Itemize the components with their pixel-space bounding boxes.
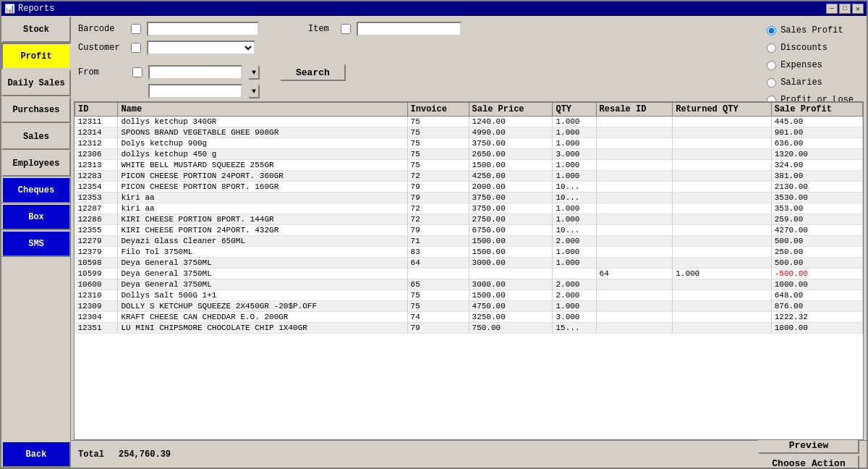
table-row[interactable]: 12314SPOONS BRAND VEGETABLE GHEE 908GR75… [75, 127, 863, 138]
cell-id: 12287 [75, 203, 118, 214]
radio-sales-profit-input[interactable] [767, 26, 776, 35]
cell-resale-id [596, 182, 673, 193]
table-row[interactable]: 12279Deyazi Glass Cleaner 650ML711500.00… [75, 236, 863, 247]
table-row[interactable]: 12312Dolys ketchup 900g753750.001.000636… [75, 138, 863, 149]
item-input[interactable] [357, 22, 461, 36]
cell-returned-qty [673, 117, 772, 127]
from-label: From [78, 67, 125, 77]
barcode-checkbox[interactable] [131, 24, 141, 34]
cell-invoice: 79 [407, 193, 469, 203]
sidebar-item-employees[interactable]: Employees [1, 150, 71, 177]
table-row[interactable]: 12311dollys ketchup 340GR751240.001.0004… [75, 117, 863, 127]
cell-returned-qty [673, 127, 772, 138]
radio-discounts-input[interactable] [767, 43, 776, 53]
choose-action-button[interactable]: Choose Action [758, 455, 859, 468]
minimize-button[interactable]: — [826, 4, 838, 14]
footer-right: Preview Choose Action [758, 437, 859, 468]
from-checkbox[interactable] [132, 67, 142, 77]
sidebar-item-purchases[interactable]: Purchases [1, 96, 71, 123]
data-table-container[interactable]: ID Name Invoice Sale Price QTY Resale ID… [74, 101, 864, 440]
cell-name: KRAFT CHEESE CAN CHEDDAR E.O. 200GR [118, 312, 407, 323]
close-button[interactable]: ✕ [852, 4, 864, 14]
customer-dropdown[interactable] [147, 41, 255, 55]
search-button[interactable]: Search [280, 64, 346, 81]
cell-sale-profit: 1800.00 [771, 323, 862, 334]
cell-resale-id [596, 323, 673, 334]
maximize-button[interactable]: □ [839, 4, 851, 14]
table-row[interactable]: 12309DOLLY S KETCHUP SQUEEZE 2X450GR -20… [75, 301, 863, 312]
to-date-picker[interactable]: ▼ [248, 84, 260, 98]
back-button[interactable]: Back [1, 441, 71, 468]
from-date-picker[interactable]: ▼ [248, 65, 260, 80]
cell-name: WHITE BELL MUSTARD SQUEEZE 255GR [118, 160, 407, 171]
sidebar-item-sms[interactable]: SMS [1, 230, 71, 257]
sidebar-item-sales[interactable]: Sales [1, 123, 71, 150]
table-row[interactable]: 12286KIRI CHEESE PORTION 8PORT. 144GR722… [75, 214, 863, 225]
cell-sale-price: 1240.00 [469, 117, 553, 127]
data-table: ID Name Invoice Sale Price QTY Resale ID… [75, 102, 863, 334]
cell-sale-price: 1500.00 [469, 160, 553, 171]
window-icon: 📊 [4, 4, 15, 14]
date-section: From 2017-09-23 ▼ Search 2017-09-24 ▼ [71, 61, 867, 101]
cell-resale-id [596, 312, 673, 323]
main-layout: Stock Profit Daily Sales Purchases Sales… [1, 16, 867, 468]
to-date-input[interactable]: 2017-09-24 [148, 84, 242, 98]
cell-qty: 10... [553, 193, 596, 203]
cell-qty: 10... [553, 225, 596, 236]
table-row[interactable]: 12379Filo Tol 3750ML831500.001.000250.00 [75, 247, 863, 258]
cell-name: DOLLY S KETCHUP SQUEEZE 2X450GR -20$P.OF… [118, 301, 407, 312]
table-row[interactable]: 12353kiri aa793750.0010...3530.00 [75, 193, 863, 203]
cell-qty: 15... [553, 323, 596, 334]
table-row[interactable]: 12306dollys ketchup 450 g752650.003.0001… [75, 149, 863, 160]
table-row[interactable]: 12287kiri aa723750.001.000353.00 [75, 203, 863, 214]
cell-name: kiri aa [118, 203, 407, 214]
item-checkbox[interactable] [341, 24, 351, 34]
radio-expenses-input[interactable] [767, 61, 776, 70]
cell-returned-qty [673, 247, 772, 258]
cell-sale-profit: 381.00 [771, 171, 862, 182]
cell-qty [553, 269, 596, 279]
cell-sale-price: 2750.00 [469, 214, 553, 225]
radio-salaries: Salaries [767, 77, 854, 88]
cell-resale-id [596, 290, 673, 301]
table-row[interactable]: 12351LU MINI CHIPSMORE CHOCOLATE CHIP 1X… [75, 323, 863, 334]
cell-sale-profit: -500.00 [771, 269, 862, 279]
cell-qty: 1.000 [553, 214, 596, 225]
cell-returned-qty [673, 301, 772, 312]
cell-invoice: 75 [407, 117, 469, 127]
table-row[interactable]: 12354PICON CHEESE PORTION 8PORT. 160GR79… [75, 182, 863, 193]
radio-salaries-input[interactable] [767, 78, 776, 88]
sidebar-item-cheques[interactable]: Cheques [1, 177, 71, 203]
cell-invoice: 75 [407, 149, 469, 160]
sidebar-item-stock[interactable]: Stock [1, 16, 71, 43]
cell-sale-price: 4750.00 [469, 301, 553, 312]
cell-returned-qty [673, 214, 772, 225]
table-row[interactable]: 10600Deya General 3750ML653000.002.00010… [75, 279, 863, 290]
table-row[interactable]: 12313WHITE BELL MUSTARD SQUEEZE 255GR751… [75, 160, 863, 171]
table-row[interactable]: 12310Dollys Salt 500G 1+1751500.002.0006… [75, 290, 863, 301]
cell-qty: 3.000 [553, 312, 596, 323]
cell-name: Dolys ketchup 900g [118, 138, 407, 149]
col-sale-price: Sale Price [469, 103, 553, 117]
cell-resale-id [596, 279, 673, 290]
table-row[interactable]: 12355KIRI CHEESE PORTION 24PORT. 432GR79… [75, 225, 863, 236]
table-row[interactable]: 12304KRAFT CHEESE CAN CHEDDAR E.O. 200GR… [75, 312, 863, 323]
cell-id: 12351 [75, 323, 118, 334]
barcode-row: Barcode Item [78, 22, 859, 36]
table-row[interactable]: 12283PICON CHEESE PORTION 24PORT. 360GR7… [75, 171, 863, 182]
from-date-row: From 2017-09-23 ▼ Search [78, 64, 859, 81]
barcode-input[interactable] [147, 22, 259, 36]
title-bar-left: 📊 Reports [4, 4, 54, 14]
from-date-input[interactable]: 2017-09-23 [148, 65, 242, 80]
cell-sale-profit: 250.00 [771, 247, 862, 258]
cell-qty: 1.000 [553, 301, 596, 312]
cell-id: 10600 [75, 279, 118, 290]
table-row[interactable]: 10599Deya General 3750ML641.000-500.00 [75, 269, 863, 279]
customer-checkbox[interactable] [131, 43, 141, 53]
cell-returned-qty [673, 290, 772, 301]
cell-sale-profit: 500.00 [771, 258, 862, 269]
sidebar-item-box[interactable]: Box [1, 203, 71, 230]
table-row[interactable]: 10598Deya General 3750ML643000.001.00050… [75, 258, 863, 269]
sidebar-item-daily-sales[interactable]: Daily Sales [1, 69, 71, 96]
sidebar-item-profit[interactable]: Profit [1, 43, 71, 69]
